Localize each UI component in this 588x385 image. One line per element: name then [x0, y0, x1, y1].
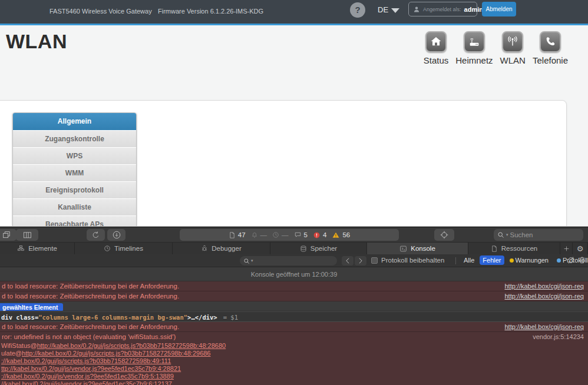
console-exception-block: ror: undefined is not an object (evaluat… — [0, 332, 588, 385]
stack-frame: ttp://kabel.box/0.2/gui/js/vendor.js?9ee… — [0, 365, 588, 373]
menu-item-allgemein[interactable]: Allgemein — [13, 113, 136, 130]
stack-url[interactable]: //kabel.box/0.2/gui/js/vendor.js?9ee5fed… — [1, 380, 172, 385]
error-source-link[interactable]: http://kabel.box/cgi/json-req — [504, 281, 584, 291]
error-count-stat[interactable]: 4 — [313, 231, 326, 239]
chevron-down-icon[interactable] — [391, 8, 399, 13]
nav-label: Heimnetz — [455, 55, 493, 65]
top-navigation: Status Heimnetz — [424, 31, 568, 65]
scope-alle[interactable]: Alle — [461, 255, 477, 265]
filter-options-caret[interactable]: ▾ — [251, 258, 253, 263]
console-filterbar: ▾ Protokoll beibehalten Alle Fehler Warn… — [0, 254, 588, 267]
close-inspector-button[interactable] — [0, 229, 16, 241]
log-count-stat[interactable]: 5 — [294, 231, 308, 238]
menu-item-zugangskontrolle[interactable]: Zugangskontrolle — [13, 130, 136, 147]
console-filter-field[interactable]: ▾ — [240, 256, 337, 265]
home-icon — [425, 31, 447, 52]
tab-speicher[interactable]: Speicher — [270, 243, 367, 254]
stack-frame: ://kabel.box/0.2/gui/js/scripts.js?b03bb… — [0, 357, 588, 365]
reload-button[interactable] — [87, 229, 105, 241]
error-source-link[interactable]: http://kabel.box/cgi/json-req — [504, 322, 584, 332]
document-icon — [491, 245, 498, 253]
stack-url[interactable]: http://kabel.box/0.2/gui/js/scripts.js?b… — [22, 350, 210, 357]
console-history-nav — [342, 256, 366, 265]
stack-frame: //kabel.box/0.2/gui/js/vendor.js?9ee5fed… — [0, 380, 588, 385]
logout-button[interactable]: Abmelden — [482, 2, 516, 16]
scope-warnungen[interactable]: Warnungen — [507, 255, 551, 265]
help-icon[interactable]: ? — [350, 2, 365, 18]
menu-item-kanalliste[interactable]: Kanalliste — [13, 198, 136, 215]
checkbox-icon — [371, 257, 378, 264]
menu-item-ereignisprotokoll[interactable]: Ereignisprotokoll — [13, 181, 136, 198]
code-string: "columns large-6 columns-margin bg-swan" — [38, 314, 187, 321]
language-selector[interactable]: DE — [378, 5, 388, 14]
code-result: = $1 — [223, 314, 238, 321]
load-time-stat[interactable]: — — [272, 231, 289, 238]
nav-item-wlan[interactable]: WLAN — [500, 31, 526, 65]
preserve-log-checkbox[interactable]: Protokoll beibehalten — [371, 257, 444, 264]
error-text: d to load resource: Zeitüberschreitung b… — [2, 283, 179, 290]
app-header: FAST5460 Wireless Voice Gateway Firmware… — [0, 0, 588, 24]
warning-count-value: 56 — [342, 231, 350, 238]
console-code-row[interactable]: div class="columns large-6 columns-margi… — [0, 311, 588, 322]
inspector-tabbar: Elemente Timelines Debugger Speicher Kon… — [0, 243, 588, 254]
search-icon — [243, 258, 250, 264]
menu-item-wmm[interactable]: WMM — [13, 164, 136, 181]
tab-ressourcen[interactable]: Ressourcen — [468, 243, 560, 254]
element-picker-button[interactable] — [434, 229, 454, 241]
clock-icon-value: — — [282, 231, 289, 238]
nav-item-heimnetz[interactable]: Heimnetz — [455, 31, 493, 65]
tab-konsole[interactable]: Konsole — [367, 243, 468, 254]
plus-icon — [563, 245, 570, 252]
chevron-left-icon[interactable] — [342, 256, 354, 265]
tab-elemente[interactable]: Elemente — [0, 243, 75, 254]
antenna-icon — [502, 31, 523, 52]
stack-url[interactable]: ://kabel.box/0.2/gui/js/vendor.js?9ee5fe… — [1, 373, 174, 380]
product-name: FAST5460 Wireless Voice Gateway — [49, 8, 152, 15]
page-weight-stat[interactable]: 47 — [229, 231, 246, 239]
error-text: d to load resource: Zeitüberschreitung b… — [2, 293, 179, 300]
console-session-note: Konsole geöffnet um 12:00:39 — [0, 267, 588, 281]
search-icon — [497, 231, 504, 238]
gear-icon: ⚙ — [577, 244, 584, 253]
inspector-toolbar: 47 — — 5 4 56 — [0, 227, 588, 243]
nav-item-status[interactable]: Status — [424, 31, 449, 65]
logged-in-as-box: Angemeldet als: admin — [408, 2, 477, 16]
stack-url[interactable]: ttp://kabel.box/0.2/gui/js/vendor.js?9ee… — [1, 365, 181, 372]
exception-row: ror: undefined is not an object (evaluat… — [0, 332, 588, 342]
download-button[interactable] — [107, 229, 125, 241]
tab-label: Elemente — [28, 245, 57, 252]
login-label: Angemeldet als: — [423, 6, 461, 12]
inspector-search-field[interactable]: ▾ — [494, 229, 583, 241]
nav-item-telefonie[interactable]: Telefonie — [533, 31, 568, 65]
search-input[interactable] — [510, 231, 575, 238]
error-source-link[interactable]: http://kabel.box/cgi/json-req — [504, 291, 584, 301]
stack-url[interactable]: ://kabel.box/0.2/gui/js/scripts.js?b03bb… — [1, 357, 171, 364]
firmware-version: Firmware Version 6.1.2.26-IMS-KDG — [158, 8, 263, 15]
trash-icon[interactable] — [579, 256, 586, 264]
stack-frame: WifiStatus@http://kabel.box/0.2/gui/js/s… — [0, 342, 588, 350]
scope-fehler[interactable]: Fehler — [480, 255, 504, 265]
menu-item-wps[interactable]: WPS — [13, 147, 136, 164]
bell-icon-value: — — [260, 231, 267, 238]
dock-side-button[interactable] — [16, 229, 38, 241]
activity-viewer: 47 — — 5 4 56 — [180, 229, 399, 241]
search-options-caret[interactable]: ▾ — [506, 233, 508, 237]
exception-location[interactable]: vendor.js:5:14234 — [533, 332, 584, 342]
chevron-right-icon[interactable] — [355, 256, 366, 265]
login-username: admin — [464, 6, 483, 13]
tab-debugger[interactable]: Debugger — [173, 243, 270, 254]
warning-count-stat[interactable]: 56 — [332, 231, 350, 239]
code-close: >…</div> — [187, 314, 217, 321]
add-tab-button[interactable] — [560, 243, 573, 254]
tab-timelines[interactable]: Timelines — [75, 243, 173, 254]
database-icon — [300, 245, 307, 253]
nav-label: WLAN — [500, 55, 526, 65]
page-content: WLAN Status Heimnetz — [0, 25, 588, 226]
stack-url[interactable]: http://kabel.box/0.2/gui/js/scripts.js?b… — [37, 342, 226, 349]
bell-stat[interactable]: — — [251, 231, 267, 239]
settings-button[interactable]: ⚙ — [573, 243, 588, 254]
filter-divider — [455, 257, 456, 264]
router-icon — [464, 31, 485, 52]
refresh-icon[interactable] — [567, 256, 575, 264]
exception-text: ror: undefined is not an object (evaluat… — [2, 333, 176, 340]
